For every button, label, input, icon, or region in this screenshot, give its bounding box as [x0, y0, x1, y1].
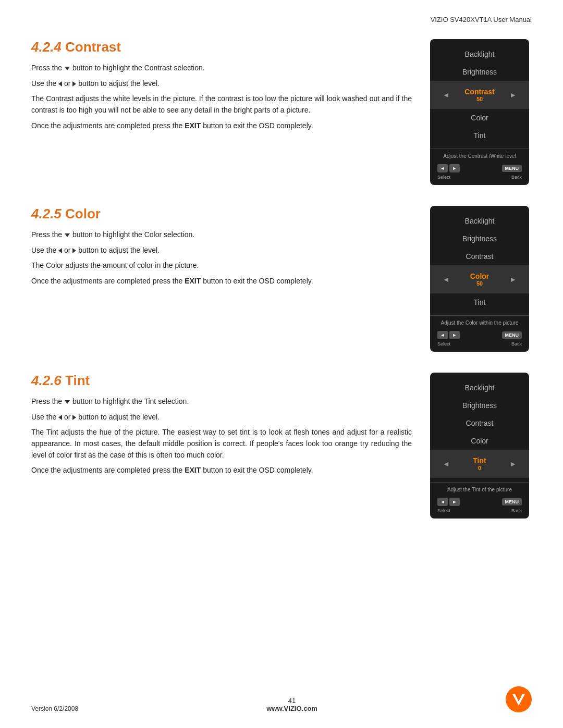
- svg-point-0: [508, 689, 529, 710]
- footer-website: www.VIZIO.com: [266, 705, 317, 712]
- osd-active-row-color: ◄ Color50 ►: [435, 269, 524, 290]
- osd-item-color-3: Color: [430, 432, 529, 450]
- tint-para-2: Use the or button to adjust the level.: [31, 412, 412, 423]
- tint-para-4: Once the adjustments are completed press…: [31, 465, 412, 476]
- right-arrow-icon-2: [72, 248, 76, 253]
- page-number: 41: [266, 697, 317, 705]
- heading-num-tint: 4.2.6: [31, 373, 65, 388]
- header-title: VIZIO SV420XVT1A User Manual: [431, 16, 532, 23]
- osd-hint-tint: Adjust the Tint of the picture: [430, 486, 529, 496]
- exit-label-color: EXIT: [185, 277, 201, 285]
- osd-active-value-tint: 0: [452, 465, 507, 471]
- osd-label-row-2: Select Back: [430, 341, 529, 347]
- osd-controls-contrast: ◄ ► MENU: [430, 162, 529, 174]
- osd-active-row-tint: ◄ Tint0 ►: [435, 453, 524, 474]
- footer-logo: [506, 686, 532, 712]
- section-color-text: 4.2.5 Color Press the button to highligh…: [31, 206, 412, 352]
- section-tint: 4.2.6 Tint Press the button to highlight…: [31, 373, 532, 519]
- osd-btn-group-color: ◄ ►: [437, 331, 460, 339]
- section-contrast-heading: 4.2.4 Contrast: [31, 39, 412, 55]
- osd-back-label-2: Back: [511, 341, 522, 347]
- color-para-4: Once the adjustments are completed press…: [31, 276, 412, 287]
- tint-para-3: The Tint adjusts the hue of the picture.…: [31, 427, 412, 461]
- osd-right-arrow-tint[interactable]: ►: [507, 460, 519, 468]
- section-contrast-image: Backlight Brightness ◄ Contrast50 ► Colo…: [427, 39, 532, 185]
- section-tint-heading: 4.2.6 Tint: [31, 373, 412, 389]
- color-para-1: Press the button to highlight the Color …: [31, 229, 412, 241]
- osd-item-color-1: Color: [430, 109, 529, 127]
- osd-controls-color: ◄ ► MENU: [430, 329, 529, 340]
- osd-active-label-tint: Tint0: [452, 456, 507, 471]
- osd-select-btn-2[interactable]: ►: [449, 164, 460, 172]
- osd-item-color-active: ◄ Color50 ►: [430, 265, 529, 293]
- osd-item-tint-2: Tint: [430, 293, 529, 311]
- right-arrow-icon-3: [72, 415, 76, 420]
- osd-label-row-3: Select Back: [430, 508, 529, 513]
- section-tint-image: Backlight Brightness Contrast Color ◄ Ti…: [427, 373, 532, 519]
- heading-num: 4.2.4: [31, 39, 65, 55]
- osd-menu-btn-2[interactable]: MENU: [502, 331, 522, 339]
- osd-select-btn-6[interactable]: ►: [449, 498, 460, 506]
- osd-controls-tint: ◄ ► MENU: [430, 496, 529, 507]
- osd-item-backlight-3: Backlight: [430, 379, 529, 397]
- exit-label: EXIT: [185, 121, 201, 130]
- heading-title-tint: Tint: [65, 373, 90, 388]
- osd-menu-btn-3[interactable]: MENU: [502, 498, 522, 505]
- osd-right-arrow-color[interactable]: ►: [507, 275, 519, 283]
- heading-title: Contrast: [65, 39, 121, 55]
- vizio-logo-icon: [506, 686, 532, 712]
- osd-back-label-3: Back: [511, 508, 522, 513]
- osd-btn-group-tint: ◄ ►: [437, 498, 460, 506]
- left-arrow-icon-2: [58, 248, 62, 253]
- website-text: www.VIZIO.com: [266, 705, 317, 712]
- osd-select-btn-3[interactable]: ◄: [437, 331, 448, 339]
- osd-item-backlight-1: Backlight: [430, 45, 529, 63]
- osd-hint-color: Adjust the Color within the picture: [430, 319, 529, 329]
- color-para-2: Use the or button to adjust the level.: [31, 245, 412, 256]
- osd-divider-2: [430, 315, 529, 316]
- osd-item-backlight-2: Backlight: [430, 212, 529, 230]
- osd-select-btn-1[interactable]: ◄: [437, 164, 448, 172]
- section-color-heading: 4.2.5 Color: [31, 206, 412, 222]
- osd-right-arrow[interactable]: ►: [507, 91, 519, 99]
- section-contrast-text: 4.2.4 Contrast Press the button to highl…: [31, 39, 412, 185]
- osd-select-btn-5[interactable]: ◄: [437, 498, 448, 506]
- section-color: 4.2.5 Color Press the button to highligh…: [31, 206, 532, 352]
- down-arrow-icon-3: [65, 400, 70, 404]
- page-footer: Version 6/2/2008 41 www.VIZIO.com: [0, 686, 563, 712]
- osd-item-contrast-2: Contrast: [430, 248, 529, 265]
- osd-item-brightness-2: Brightness: [430, 230, 529, 248]
- osd-active-label-contrast: Contrast50: [452, 88, 507, 102]
- osd-divider-1: [430, 149, 529, 149]
- osd-active-label-color: Color50: [452, 272, 507, 287]
- section-contrast: 4.2.4 Contrast Press the button to highl…: [31, 39, 532, 185]
- osd-left-arrow-color[interactable]: ◄: [440, 275, 452, 283]
- contrast-para-3: The Contrast adjusts the white levels in…: [31, 93, 412, 116]
- osd-item-brightness-1: Brightness: [430, 63, 529, 81]
- osd-item-tint-active: ◄ Tint0 ►: [430, 450, 529, 478]
- osd-hint-contrast: Adjust the Contrast /White level: [430, 152, 529, 162]
- osd-select-label-1: Select: [437, 175, 450, 180]
- page-header: VIZIO SV420XVT1A User Manual: [31, 16, 532, 23]
- osd-item-contrast-active: ◄ Contrast50 ►: [430, 81, 529, 109]
- osd-item-contrast-3: Contrast: [430, 414, 529, 432]
- osd-btn-group-contrast: ◄ ►: [437, 164, 460, 172]
- contrast-para-1: Press the button to highlight the Contra…: [31, 63, 412, 74]
- osd-back-label-1: Back: [511, 175, 522, 180]
- osd-select-label-2: Select: [437, 341, 450, 347]
- osd-left-arrow-tint[interactable]: ◄: [440, 460, 452, 468]
- osd-active-row-contrast: ◄ Contrast50 ►: [435, 84, 524, 105]
- osd-active-value-color: 50: [452, 280, 507, 287]
- exit-label-tint: EXIT: [185, 466, 201, 474]
- osd-left-arrow[interactable]: ◄: [440, 91, 452, 99]
- section-color-image: Backlight Brightness Contrast ◄ Color50 …: [427, 206, 532, 352]
- heading-num-color: 4.2.5: [31, 206, 65, 221]
- left-arrow-icon: [58, 81, 62, 87]
- right-arrow-icon: [72, 81, 76, 87]
- osd-label-row-1: Select Back: [430, 175, 529, 180]
- page-container: VIZIO SV420XVT1A User Manual 4.2.4 Contr…: [0, 0, 563, 728]
- osd-menu-btn-1[interactable]: MENU: [502, 165, 522, 172]
- osd-select-btn-4[interactable]: ►: [449, 331, 460, 339]
- down-arrow-icon-2: [65, 233, 70, 237]
- color-para-3: The Color adjusts the amount of color in…: [31, 260, 412, 272]
